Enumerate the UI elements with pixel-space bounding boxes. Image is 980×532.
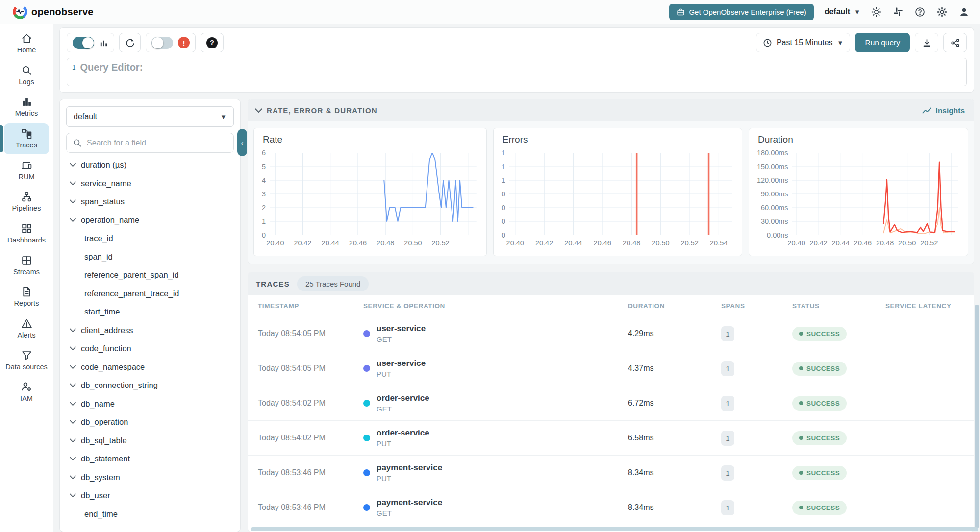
sidebar-item-dashboards[interactable]: Dashboards: [4, 218, 49, 249]
search-icon: [73, 138, 82, 147]
field-list-item[interactable]: span_id: [66, 248, 234, 266]
trace-duration: 4.37ms: [628, 364, 721, 373]
field-label: db_sql_table: [81, 436, 127, 445]
x-axis: 20:4020:4220:4420:4620:4820:5020:52: [792, 235, 958, 249]
download-button[interactable]: [915, 33, 938, 52]
trace-row[interactable]: Today 08:54:05 PM user-servicePUT 4.37ms…: [248, 351, 974, 386]
field-list: duration (µs) service_name span_status o…: [66, 156, 234, 523]
duration-chart-card[interactable]: Duration 180.00ms150.00ms120.00ms90.00ms…: [749, 128, 968, 256]
spans-count-chip: 1: [721, 361, 734, 376]
sql-mode-toggle[interactable]: [151, 37, 173, 49]
sidebar-item-streams[interactable]: Streams: [4, 250, 49, 281]
red-section-title: RATE, ERROR & DURATION: [267, 106, 377, 115]
status-dot-icon: [799, 436, 803, 440]
sidebar-item-metrics[interactable]: Metrics: [4, 92, 49, 122]
sidebar-item-pipelines[interactable]: Pipelines: [4, 187, 49, 218]
rate-chart-card[interactable]: Rate 6543210 20:4020:4220:4420:4620:4820…: [253, 128, 487, 256]
field-list-item[interactable]: db_name: [66, 395, 234, 413]
y-axis: 1110000: [502, 149, 505, 239]
trace-row[interactable]: Today 08:53:46 PM payment-servicePUT 8.3…: [248, 455, 974, 490]
spans-count-chip: 1: [721, 431, 734, 446]
field-list-item[interactable]: span_status: [66, 193, 234, 211]
query-editor[interactable]: 1 Query Editor:: [67, 58, 967, 86]
sidebar-item-reports[interactable]: Reports: [4, 282, 49, 313]
histogram-toggle-group: [67, 33, 114, 52]
field-list-item[interactable]: db_statement: [66, 450, 234, 468]
red-section-header[interactable]: RATE, ERROR & DURATION Insights: [248, 99, 974, 121]
insights-button[interactable]: Insights: [922, 106, 965, 115]
trace-timestamp: Today 08:54:02 PM: [258, 434, 363, 442]
field-list-item[interactable]: client_address: [66, 321, 234, 340]
stream-selector[interactable]: default ▼: [66, 106, 234, 127]
trace-row[interactable]: Today 08:53:46 PM payment-serviceGET 8.3…: [248, 490, 974, 525]
org-selector[interactable]: default ▼: [825, 7, 860, 16]
trace-duration: 4.29ms: [628, 329, 721, 338]
field-list-item[interactable]: db_operation: [66, 413, 234, 432]
chevron-down-icon: [70, 383, 76, 387]
sidebar-item-alerts[interactable]: Alerts: [4, 314, 49, 344]
sidebar-item-traces[interactable]: Traces: [4, 123, 49, 154]
field-label: db_connection_string: [81, 381, 158, 390]
field-list-item[interactable]: db_sql_table: [66, 432, 234, 450]
field-list-item[interactable]: reference_parent_span_id: [66, 266, 234, 285]
histogram-toggle[interactable]: [73, 37, 94, 49]
sidebar-item-data-sources[interactable]: Data sources: [4, 345, 49, 376]
chevron-down-icon: [70, 181, 76, 186]
get-enterprise-button[interactable]: Get OpenObserve Enterprise (Free): [669, 4, 813, 20]
refresh-group: [119, 33, 141, 52]
field-list-item[interactable]: db_system: [66, 468, 234, 487]
field-list-item[interactable]: code_function: [66, 339, 234, 358]
trace-row[interactable]: Today 08:54:02 PM order-servicePUT 6.58m…: [248, 420, 974, 455]
sidebar-item-home[interactable]: Home: [4, 28, 49, 59]
field-list-item[interactable]: db_user: [66, 486, 234, 505]
status-badge: SUCCESS: [792, 466, 847, 480]
report-document-icon: [21, 286, 32, 297]
status-label: SUCCESS: [806, 400, 840, 407]
gear-icon: [937, 7, 947, 17]
traces-section: TRACES 25 Traces Found TIMESTAMP SERVICE…: [248, 272, 974, 532]
field-list-item[interactable]: reference_parent_trace_id: [66, 285, 234, 303]
field-list-item[interactable]: db_connection_string: [66, 376, 234, 395]
service-name: user-service: [377, 359, 426, 368]
trace-row[interactable]: Today 08:54:02 PM order-serviceGET 6.72m…: [248, 386, 974, 420]
traces-title: TRACES: [256, 280, 290, 288]
field-search-input[interactable]: [87, 139, 227, 147]
status-label: SUCCESS: [806, 469, 840, 477]
time-range-picker[interactable]: Past 15 Minutes ▼: [756, 33, 851, 52]
status-badge: SUCCESS: [792, 431, 847, 445]
trace-row[interactable]: Today 08:54:05 PM user-serviceGET 4.29ms…: [248, 316, 974, 351]
vertical-scrollbar[interactable]: [975, 305, 979, 528]
time-range-value: Past 15 Minutes: [777, 38, 833, 47]
status-dot-icon: [799, 401, 803, 405]
run-query-button[interactable]: Run query: [855, 33, 910, 52]
refresh-button[interactable]: [125, 38, 135, 48]
y-axis: 180.00ms150.00ms120.00ms90.00ms60.00ms30…: [757, 149, 788, 239]
histogram-icon: [99, 38, 108, 48]
rum-devices-icon: [21, 160, 32, 171]
field-list-item[interactable]: start_time: [66, 303, 234, 321]
field-label: start_time: [84, 307, 120, 316]
theme-toggle-button[interactable]: [871, 7, 881, 17]
user-menu-button[interactable]: [959, 7, 969, 17]
errors-chart-card[interactable]: Errors 1110000 20:4020:4220:4420:4620:48…: [493, 128, 742, 256]
sidebar-item-logs[interactable]: Logs: [4, 60, 49, 91]
share-button[interactable]: [943, 33, 967, 52]
field-list-item[interactable]: trace_id: [66, 229, 234, 248]
field-list-item[interactable]: end_time: [66, 505, 234, 524]
horizontal-scrollbar[interactable]: [251, 527, 978, 531]
field-list-item[interactable]: service_name: [66, 174, 234, 193]
sidebar-item-iam[interactable]: IAM: [4, 377, 49, 408]
rate-chart-plot: [270, 153, 477, 235]
help-button[interactable]: [915, 7, 925, 17]
settings-button[interactable]: [937, 7, 947, 17]
brand-name: openobserve: [31, 6, 94, 18]
query-help-button[interactable]: ?: [206, 37, 218, 48]
collapse-fields-button[interactable]: ‹: [237, 129, 247, 156]
trace-duration: 8.34ms: [628, 503, 721, 512]
slack-button[interactable]: [893, 7, 903, 17]
trace-timestamp: Today 08:54:02 PM: [258, 399, 363, 408]
field-list-item[interactable]: code_namespace: [66, 358, 234, 377]
sidebar-item-rum[interactable]: RUM: [4, 155, 49, 186]
field-list-item[interactable]: duration (µs): [66, 156, 234, 174]
field-list-item[interactable]: operation_name: [66, 211, 234, 230]
